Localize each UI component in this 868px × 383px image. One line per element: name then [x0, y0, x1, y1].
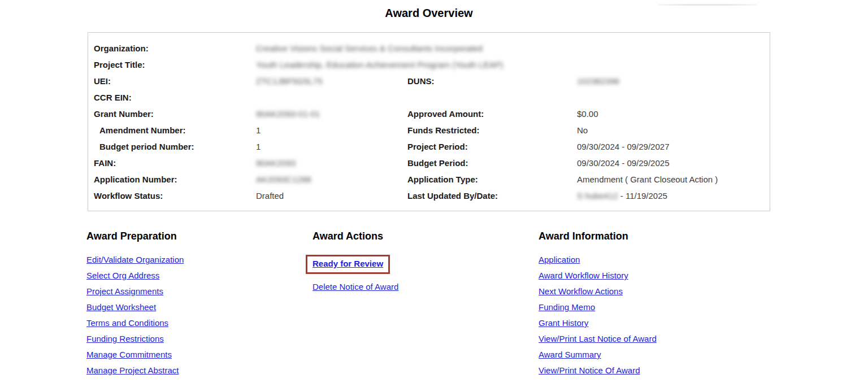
link-row: Funding Restrictions [86, 334, 307, 344]
link-funding-restrictions[interactable]: Funding Restrictions [86, 334, 164, 343]
link-project-assignments[interactable]: Project Assignments [86, 287, 163, 295]
link-row: Delete Notice of Award [313, 282, 533, 292]
field-value-text: Amendment ( Grant Closeout Action ) [577, 175, 718, 184]
link-grant-history[interactable]: Grant History [539, 319, 588, 327]
field-value-text: No [577, 125, 588, 135]
table-row-project-title: Project Title:Youth Leadership, Educatio… [88, 56, 770, 73]
link-application[interactable]: Application [539, 255, 580, 264]
page-title: Award Overview [0, 7, 858, 20]
field-label: Budget Period: [407, 155, 577, 171]
field-label: Funds Restricted: [407, 122, 577, 138]
link-next-workflow-actions[interactable]: Next Workflow Actions [539, 287, 623, 295]
section-heading: Award Preparation [86, 230, 307, 242]
link-terms-and-conditions[interactable]: Terms and Conditions [86, 319, 168, 327]
field-value: 09/30/2024 - 09/29/2025 [577, 155, 770, 171]
link-row: Award Summary [539, 350, 759, 360]
field-value [256, 89, 407, 106]
field-label: Application Number: [94, 171, 256, 188]
table-row-ccr-ein: CCR EIN: [88, 89, 770, 106]
field-value: 102382396 [577, 73, 770, 89]
field-value: 1 [256, 138, 407, 155]
field-label: CCR EIN: [94, 89, 256, 106]
link-award-workflow-history[interactable]: Award Workflow History [539, 271, 628, 280]
field-label: Workflow Status: [94, 188, 256, 204]
field-label: Amendment Number: [94, 122, 256, 138]
field-value-text: - 11/19/2025 [618, 191, 667, 201]
field-value: $0.00 [577, 106, 770, 122]
field-value: 09/30/2024 - 09/29/2027 [577, 138, 770, 155]
field-label: DUNS: [407, 73, 577, 89]
section-heading: Award Information [539, 230, 759, 242]
field-value: S hube412 - 11/19/2025 [577, 188, 770, 204]
field-value-text: 102382396 [577, 76, 619, 86]
cutoff-element-shadow [658, 4, 757, 6]
section-award-information: Award InformationApplicationAward Workfl… [539, 230, 759, 383]
link-row: Budget Worksheet [86, 302, 307, 312]
link-delete-notice-of-award[interactable]: Delete Notice of Award [313, 282, 398, 291]
field-label: UEI: [94, 73, 256, 89]
field-value-redacted: AK2093C1288 [256, 171, 407, 188]
field-value-redacted: ZTC1JBF5G5L75 [256, 73, 407, 89]
link-row: Funding Memo [539, 302, 759, 312]
table-row-grant-number: Grant Number:90AK2093-01-01Approved Amou… [88, 106, 770, 122]
link-view-print-notice-of-award[interactable]: View/Print Notice Of Award [539, 366, 640, 375]
table-row-uei: UEI:ZTC1JBF5G5L75DUNS:102382396 [88, 73, 770, 89]
section-heading: Award Actions [313, 230, 533, 242]
field-value: 1 [256, 122, 407, 138]
empty-cell [407, 89, 577, 106]
field-value: Amendment ( Grant Closeout Action ) [577, 171, 770, 188]
link-award-summary[interactable]: Award Summary [539, 350, 601, 359]
link-row: Application [539, 255, 759, 265]
field-label: Grant Number: [94, 106, 256, 122]
link-manage-commitments[interactable]: Manage Commitments [86, 350, 172, 359]
section-award-preparation: Award PreparationEdit/Validate Organizat… [86, 230, 307, 383]
link-row: Edit/Validate Organization [86, 255, 307, 265]
link-manage-project-abstract[interactable]: Manage Project Abstract [86, 366, 179, 375]
field-value-redacted: 90AK2093-01-01 [256, 106, 407, 122]
link-row: Terms and Conditions [86, 318, 307, 328]
award-links-sections: Award PreparationEdit/Validate Organizat… [0, 230, 868, 383]
field-value-redacted: Youth Leadership, Education Achievement … [256, 56, 770, 73]
link-row: Grant History [539, 318, 759, 328]
field-value: Drafted [256, 188, 407, 204]
link-view-print-last-notice-of-award[interactable]: View/Print Last Notice of Award [539, 334, 657, 343]
table-row-amendment-number: Amendment Number:1Funds Restricted:No [88, 122, 770, 138]
table-row-workflow-status: Workflow Status:DraftedLast Updated By/D… [88, 188, 770, 204]
field-value: No [577, 122, 770, 138]
field-label: Organization: [94, 40, 256, 56]
field-label: Budget period Number: [94, 138, 256, 155]
link-funding-memo[interactable]: Funding Memo [539, 303, 595, 311]
field-label: FAIN: [94, 155, 256, 171]
field-value-redacted: Creative Visions Social Services & Consu… [256, 40, 770, 56]
field-label: Application Type: [407, 171, 577, 188]
link-row: View/Print Last Notice of Award [539, 334, 759, 344]
link-row: Next Workflow Actions [539, 286, 759, 297]
link-edit-validate-organization[interactable]: Edit/Validate Organization [86, 255, 184, 264]
table-row-application-number: Application Number:AK2093C1288Applicatio… [88, 171, 770, 188]
field-value-text: $0.00 [577, 109, 598, 119]
field-value-redacted: S hube412 [577, 191, 618, 201]
empty-cell [577, 89, 770, 106]
highlight-annotation-box: Ready for Review [306, 255, 390, 274]
field-value-text: 09/30/2024 - 09/29/2025 [577, 158, 669, 168]
field-label: Project Period: [407, 138, 577, 155]
link-row: Select Org Address [86, 271, 307, 281]
link-row: Project Assignments [86, 286, 307, 297]
table-row-fain: FAIN:90AK2093Budget Period:09/30/2024 - … [88, 155, 770, 171]
link-row: Manage Commitments [86, 350, 307, 360]
link-row: Ready for Review [313, 255, 533, 276]
field-value-redacted: 90AK2093 [256, 155, 407, 171]
link-row: Manage Project Abstract [86, 365, 307, 376]
link-ready-for-review[interactable]: Ready for Review [313, 259, 383, 268]
field-label: Last Updated By/Date: [407, 188, 577, 204]
link-budget-worksheet[interactable]: Budget Worksheet [86, 303, 156, 311]
field-label: Approved Amount: [407, 106, 577, 122]
link-row: View/Print Notice Of Award [539, 365, 759, 376]
field-label: Project Title: [94, 56, 256, 73]
link-row: Award Workflow History [539, 271, 759, 281]
table-row-organization: Organization:Creative Visions Social Ser… [88, 40, 770, 56]
table-row-budget-period-number: Budget period Number:1Project Period:09/… [88, 138, 770, 155]
award-overview-table: Organization:Creative Visions Social Ser… [88, 32, 770, 211]
field-value-text: 09/30/2024 - 09/29/2027 [577, 142, 669, 151]
link-select-org-address[interactable]: Select Org Address [86, 271, 159, 280]
